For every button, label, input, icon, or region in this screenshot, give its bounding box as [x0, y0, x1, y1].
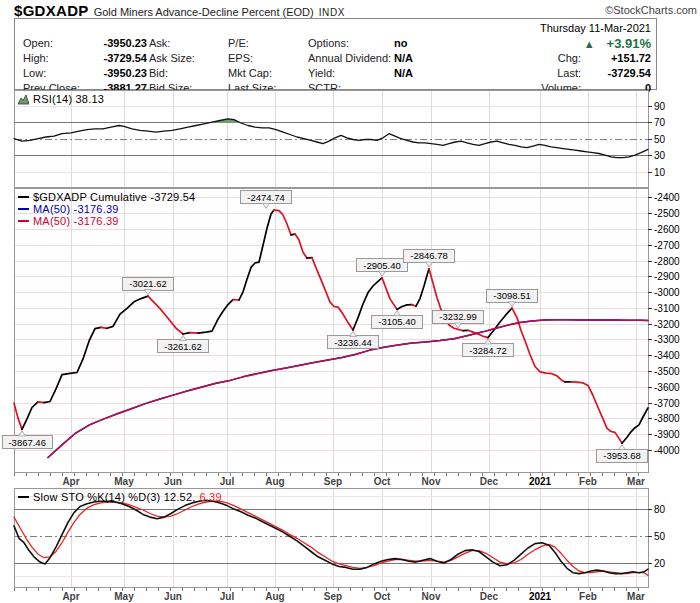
chg-label: Chg: — [558, 51, 581, 66]
svg-text:-2905.40: -2905.40 — [363, 260, 401, 271]
quote-column-fundamentals: P/E: EPS: Mkt Cap: Last Size: — [228, 36, 276, 96]
bid-label: Bid: — [149, 66, 168, 81]
y-axis-label: -4000 — [654, 445, 680, 456]
ma50-blue-swatch — [18, 208, 29, 210]
y-axis-label: -3600 — [654, 382, 680, 393]
last-label: Last: — [557, 66, 581, 81]
svg-text:-3021.62: -3021.62 — [129, 278, 167, 289]
copyright-label: ©StockCharts.com — [605, 4, 697, 16]
svg-text:-2846.78: -2846.78 — [410, 250, 448, 261]
x-axis-label: Apr — [62, 591, 79, 602]
y-axis-label: -3200 — [654, 319, 680, 330]
open-value: -3950.23 — [97, 36, 147, 51]
options-value: no — [394, 36, 407, 51]
ask-size-label: Ask Size: — [149, 51, 195, 66]
y-axis-label: -3400 — [654, 350, 680, 361]
symbol: $GDXADP — [14, 2, 89, 19]
rsi-chart-panel: 9070503010 — [0, 90, 700, 188]
y-axis-label: 50 — [654, 531, 666, 542]
y-axis-label: -3300 — [654, 334, 680, 345]
svg-text:-3105.40: -3105.40 — [378, 316, 416, 327]
quote-date: Thursday 11-Mar-2021 — [540, 22, 651, 34]
eps-label: EPS: — [228, 51, 253, 66]
stockcharts-chart-page: $GDXADPGold Miners Advance-Decline Perce… — [0, 0, 700, 603]
price-line-swatch — [18, 196, 29, 198]
y-axis-label: 90 — [654, 101, 666, 112]
svg-text:-3284.72: -3284.72 — [469, 345, 507, 356]
chg-value: +151.72 — [589, 51, 651, 66]
pe-label: P/E: — [228, 36, 249, 51]
x-axis-label: Apr — [62, 476, 79, 487]
low-label: Low: — [23, 66, 97, 81]
x-axis-label: Oct — [374, 476, 391, 487]
quote-column-ohlc: Open:-3950.23 High:-3729.54 Low:-3950.23… — [23, 36, 147, 96]
rsi-indicator-icon — [18, 94, 29, 105]
main-chart-legend: $GDXADP Cumulative -3729.54 MA(50) -3176… — [18, 191, 195, 227]
y-axis-label: 20 — [654, 558, 666, 569]
ma50-red-legend-label: MA(50) -3176.39 — [33, 215, 119, 227]
last-value: -3729.54 — [589, 66, 651, 81]
svg-text:-3098.51: -3098.51 — [493, 290, 531, 301]
y-axis-label: 80 — [654, 504, 666, 515]
x-axis-label: Jul — [220, 591, 234, 602]
y-axis-label: -2400 — [654, 192, 680, 203]
x-axis-label: Jun — [164, 476, 182, 487]
quote-panel: Thursday 11-Mar-2021 Open:-3950.23 High:… — [14, 18, 657, 90]
high-value: -3729.54 — [97, 51, 147, 66]
x-axis-label: Dec — [480, 476, 498, 487]
quote-column-askbid: Ask: Ask Size: Bid: Bid Size: — [149, 36, 195, 96]
x-axis-label: Dec — [480, 591, 498, 602]
main-price-chart-panel: -2400-2500-2600-2700-2800-2900-3000-3100… — [0, 188, 700, 473]
svg-text:-3232.99: -3232.99 — [439, 311, 477, 322]
y-axis-label: -3900 — [654, 429, 680, 440]
ask-label: Ask: — [149, 36, 170, 51]
rsi-legend: RSI(14) 38.13 — [18, 93, 104, 105]
svg-text:-3236.44: -3236.44 — [334, 337, 372, 348]
sto-legend-label: Slow STO %K(14) %D(3) 12.52, — [33, 491, 196, 503]
annual-dividend-value: N/A — [394, 51, 413, 66]
x-axis-label: Mar — [627, 476, 645, 487]
exchange-label: INDX — [319, 7, 345, 18]
y-axis-label: -2900 — [654, 271, 680, 282]
price-legend-label: $GDXADP Cumulative -3729.54 — [33, 191, 195, 203]
open-label: Open: — [23, 36, 97, 51]
x-axis-label: Oct — [374, 591, 391, 602]
yield-value: N/A — [394, 66, 413, 81]
x-axis-strip-sto: AprMayJunJulAugSepOctNovDec2021FebMar — [0, 588, 700, 603]
svg-text:-3261.62: -3261.62 — [164, 341, 202, 352]
x-axis-label: Feb — [579, 591, 597, 602]
quote-column-options: Options:no Annual Dividend:N/A Yield:N/A… — [308, 36, 413, 96]
x-axis-label: May — [114, 591, 133, 602]
y-axis-label: -2800 — [654, 256, 680, 267]
x-axis-label: Jun — [164, 591, 182, 602]
ma50-red-swatch — [18, 220, 29, 222]
y-axis-label: 30 — [654, 150, 666, 161]
x-axis-label: 2021 — [529, 591, 551, 602]
x-axis-label: Sep — [324, 476, 342, 487]
high-label: High: — [23, 51, 97, 66]
annual-dividend-label: Annual Dividend: — [308, 51, 394, 66]
y-axis-label: -3700 — [654, 398, 680, 409]
svg-text:-2474.74: -2474.74 — [247, 192, 285, 203]
y-axis-label: -2700 — [654, 240, 680, 251]
y-axis-label: -3000 — [654, 287, 680, 298]
x-axis-label: Aug — [265, 476, 284, 487]
ma50-blue-legend-label: MA(50) -3176.39 — [33, 203, 119, 215]
svg-text:-3867.46: -3867.46 — [8, 437, 46, 448]
y-axis-label: 50 — [654, 134, 666, 145]
x-axis-label: Mar — [627, 591, 645, 602]
y-axis-label: -3800 — [654, 413, 680, 424]
options-label: Options: — [308, 36, 394, 51]
y-axis-label: -2500 — [654, 208, 680, 219]
x-axis-label: Feb — [579, 476, 597, 487]
yield-label: Yield: — [308, 66, 394, 81]
y-axis-label: -3100 — [654, 303, 680, 314]
svg-text:-3953.68: -3953.68 — [603, 450, 641, 461]
x-axis-label: 2021 — [529, 476, 551, 487]
x-axis-label: Nov — [422, 591, 441, 602]
x-axis-label: May — [114, 476, 133, 487]
x-axis-label: Aug — [265, 591, 284, 602]
change-percent: +3.91% — [607, 36, 651, 51]
low-value: -3950.23 — [97, 66, 147, 81]
slow-sto-chart-panel: 805020 — [0, 488, 700, 588]
